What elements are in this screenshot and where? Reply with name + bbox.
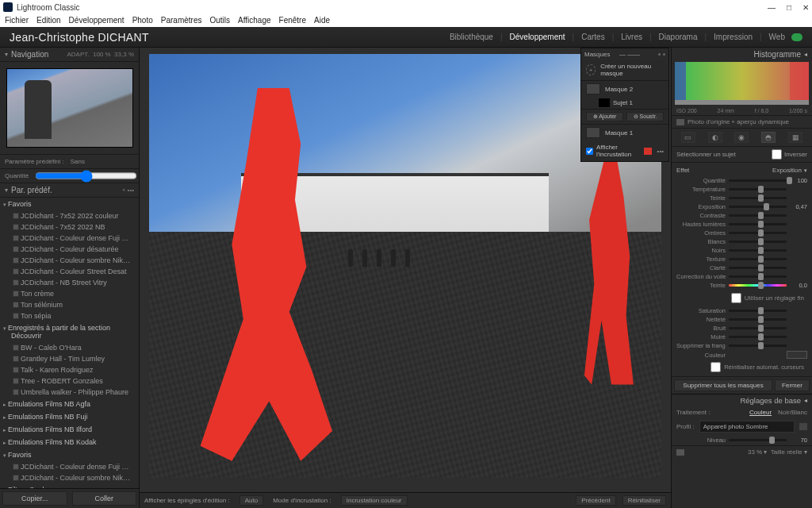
preset-group[interactable]: Emulations Films NB Kodak xyxy=(0,436,139,448)
masks-panel[interactable]: Masques — —— + Créer un nouveau masque M… xyxy=(580,48,669,162)
before-after-icon[interactable] xyxy=(676,449,684,456)
presets-header[interactable]: ▾ Par. prédéf. + ••• xyxy=(0,183,139,198)
show-overlay-checkbox[interactable] xyxy=(586,148,593,155)
module-développement[interactable]: Développement xyxy=(510,33,565,41)
delete-all-masks-button[interactable]: Supprimer tous les masques xyxy=(674,379,772,391)
slider-track[interactable] xyxy=(729,344,787,347)
pins-mode-select[interactable]: Auto xyxy=(239,495,263,506)
menu-photo[interactable]: Photo xyxy=(132,16,153,25)
preset-item[interactable]: JCDichant - Couleur dense Fuji Chrome xyxy=(0,233,139,244)
preset-item[interactable]: BW - Caleb O'Hara xyxy=(0,342,139,353)
preset-group[interactable]: Enregistrés à partir de la section Décou… xyxy=(0,321,139,342)
masking-tool-icon[interactable]: ◓ xyxy=(761,132,776,143)
module-cartes[interactable]: Cartes xyxy=(581,33,604,41)
preset-group[interactable]: Emulations Films NB Ilford xyxy=(0,423,139,436)
module-livres[interactable]: Livres xyxy=(621,33,642,41)
nav-zoom-custom[interactable]: 33,3 % xyxy=(114,51,134,58)
navigator-header[interactable]: ▾ Navigation ADAPT. 100 % 33,3 % xyxy=(0,48,139,62)
menu-fichier[interactable]: Fichier xyxy=(5,16,29,25)
preset-item[interactable]: Ton sépia xyxy=(0,310,139,321)
slider-track[interactable] xyxy=(729,241,787,243)
module-web[interactable]: Web xyxy=(769,33,785,41)
overlay-color-swatch[interactable] xyxy=(644,148,651,155)
profile-amount-slider[interactable] xyxy=(729,439,787,441)
window-max-button[interactable]: □ xyxy=(787,3,791,12)
preset-group[interactable]: Emulations Films NB Agfa xyxy=(0,398,139,410)
copy-button[interactable]: Copier... xyxy=(2,491,67,506)
menu-fenêtre[interactable]: Fenêtre xyxy=(279,16,306,25)
profile-browser-icon[interactable] xyxy=(799,423,807,430)
slider-track[interactable] xyxy=(729,318,787,321)
slider-track[interactable] xyxy=(729,232,787,234)
slider-track[interactable] xyxy=(729,310,787,312)
module-impression[interactable]: Impression xyxy=(714,33,753,41)
redeye-tool-icon[interactable]: ◉ xyxy=(734,132,749,143)
overlay-menu-icon[interactable]: ••• xyxy=(657,148,664,155)
slider-track[interactable] xyxy=(729,188,787,190)
module-diaporama[interactable]: Diaporama xyxy=(659,33,698,41)
gradient-tool-icon[interactable]: ▦ xyxy=(788,132,802,143)
preset-group[interactable]: Favoris xyxy=(0,448,139,461)
preset-item[interactable]: JCDichant - Couleur dense Fuji Chrome xyxy=(0,461,139,472)
slider-track[interactable] xyxy=(729,214,787,217)
invert-checkbox[interactable] xyxy=(772,149,782,160)
menu-paramètres[interactable]: Paramètres xyxy=(161,16,202,25)
mask-add-button[interactable]: ⊕ Ajouter xyxy=(586,112,623,121)
mask-subtract-button[interactable]: ⊖ Soustr. xyxy=(626,112,664,121)
zoom-scale-select[interactable]: 33 % ▾ Taille réelle ▾ xyxy=(748,448,807,456)
previous-button[interactable]: Précédent xyxy=(576,495,615,506)
preset-item[interactable]: JCDichant - 7x52 2022 couleur xyxy=(0,210,139,221)
preset-item[interactable]: Talk - Karen Rodriguez xyxy=(0,364,139,375)
module-bibliothèque[interactable]: Bibliothèque xyxy=(450,33,493,41)
heal-tool-icon[interactable]: ◐ xyxy=(708,132,722,143)
add-preset-icon[interactable]: + ••• xyxy=(122,187,134,194)
slider-track[interactable] xyxy=(729,267,787,269)
create-new-mask-button[interactable]: + Créer un nouveau masque xyxy=(581,60,668,81)
slider-track[interactable] xyxy=(729,327,787,329)
profile-select[interactable]: Appareil photo Sombre xyxy=(699,421,795,433)
slider-track[interactable] xyxy=(729,197,787,199)
window-min-button[interactable]: — xyxy=(768,3,776,12)
preset-item[interactable]: Grantley Hall - Tim Lumley xyxy=(0,353,139,364)
auto-reset-checkbox[interactable] xyxy=(710,362,721,372)
slider-track[interactable] xyxy=(729,258,787,260)
navigator-thumbnail[interactable] xyxy=(0,62,139,155)
menu-aide[interactable]: Aide xyxy=(314,16,330,25)
preset-item[interactable]: JCDichant - Couleur désaturée xyxy=(0,244,139,255)
basic-panel-header[interactable]: Réglages de base ◂ xyxy=(672,394,812,406)
preset-item[interactable]: JCDichant - Couleur sombre Nikon 60% xyxy=(0,255,139,266)
preset-item[interactable]: Umbrella walker - Philippe Phaure xyxy=(0,387,139,398)
slider-track[interactable] xyxy=(729,249,787,252)
overlay-mode-select[interactable]: Incrustation couleur xyxy=(341,495,408,506)
preset-item[interactable]: Ton crème xyxy=(0,288,139,299)
preset-item[interactable]: JCDichant - NB Street Vitry xyxy=(0,277,139,288)
menu-affichage[interactable]: Affichage xyxy=(238,16,271,25)
mask-item-1[interactable]: Masque 1 xyxy=(581,125,668,140)
preset-item[interactable]: JCDichant - Couleur Street Desat xyxy=(0,266,139,277)
crop-tool-icon[interactable]: ▭ xyxy=(681,132,695,143)
color-swatch-button[interactable] xyxy=(787,351,807,359)
menu-edition[interactable]: Edition xyxy=(36,16,61,25)
histogram-header[interactable]: Histogramme ◂ xyxy=(672,48,812,60)
slider-track[interactable] xyxy=(729,336,787,338)
quantity-slider[interactable] xyxy=(35,172,137,179)
preset-group[interactable]: Emulations Films NB Fuji xyxy=(0,410,139,423)
paste-button[interactable]: Coller xyxy=(72,491,137,506)
preset-group[interactable]: Favoris xyxy=(0,198,139,210)
exposure-header[interactable]: Exposition xyxy=(772,167,802,174)
preset-item[interactable]: JCDichant - 7x52 2022 NB xyxy=(0,221,139,233)
slider-track[interactable] xyxy=(729,206,787,208)
preset-item[interactable]: JCDichant - Couleur sombre Nikon 60% xyxy=(0,472,139,483)
treatment-color[interactable]: Couleur xyxy=(749,409,772,416)
slider-track[interactable] xyxy=(729,223,787,225)
hue-slider[interactable] xyxy=(729,284,787,287)
slider-track[interactable] xyxy=(729,179,787,182)
treatment-bw[interactable]: Noir/Blanc xyxy=(778,409,807,416)
menu-développement[interactable]: Développement xyxy=(69,16,124,25)
window-close-button[interactable]: ✕ xyxy=(802,3,809,12)
mask-subject-1[interactable]: Sujet 1 xyxy=(581,97,668,109)
fine-adjust-checkbox[interactable] xyxy=(731,293,741,303)
close-masks-button[interactable]: Fermer xyxy=(775,379,810,391)
slider-track[interactable] xyxy=(729,275,787,278)
preset-item[interactable]: Ton sélénium xyxy=(0,299,139,310)
